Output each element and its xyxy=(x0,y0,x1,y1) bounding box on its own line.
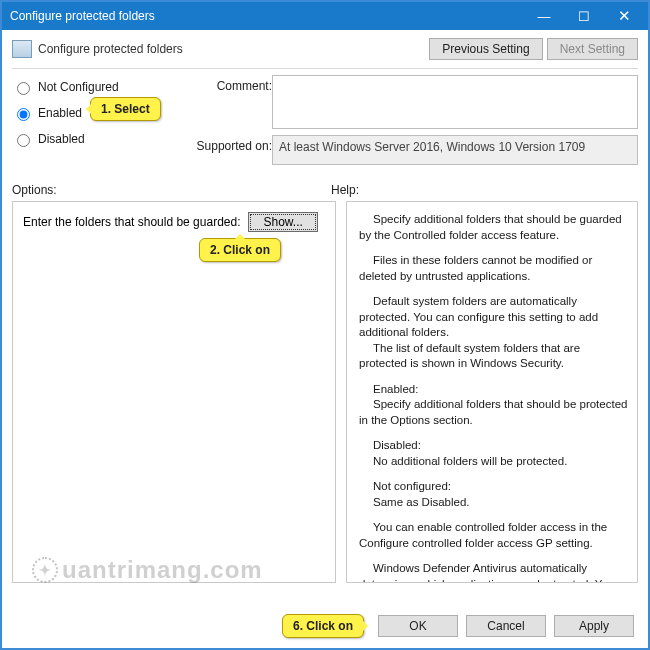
options-row: Enter the folders that should be guarded… xyxy=(23,212,325,232)
policy-icon xyxy=(12,40,32,58)
comment-label: Comment: xyxy=(184,75,272,93)
supported-on-text: At least Windows Server 2016, Windows 10… xyxy=(272,135,638,165)
section-labels: Options: Help: xyxy=(12,183,638,197)
radio-disabled-input[interactable] xyxy=(17,134,30,147)
divider xyxy=(12,68,638,69)
help-panel: Specify additional folders that should b… xyxy=(346,201,638,583)
comment-textarea[interactable] xyxy=(272,75,638,129)
callout-clickon-ok: 6. Click on xyxy=(282,614,364,638)
config-row: Not Configured Enabled Disabled 1. Selec… xyxy=(12,75,638,165)
callout-select: 1. Select xyxy=(90,97,161,121)
help-p4a: Enabled: xyxy=(359,382,629,398)
options-panel: Enter the folders that should be guarded… xyxy=(12,201,336,583)
supported-on-label: Supported on: xyxy=(184,135,272,153)
previous-setting-button[interactable]: Previous Setting xyxy=(429,38,542,60)
options-label: Options: xyxy=(12,183,319,197)
radio-not-configured-input[interactable] xyxy=(17,82,30,95)
help-p4b: Specify additional folders that should b… xyxy=(359,397,629,428)
radio-disabled-label: Disabled xyxy=(38,132,85,146)
help-p7: You can enable controlled folder access … xyxy=(359,520,629,551)
help-p6a: Not configured: xyxy=(359,479,629,495)
help-p5b: No additional folders will be protected. xyxy=(359,454,629,470)
minimize-button[interactable]: ― xyxy=(524,2,564,30)
titlebar: Configure protected folders ― ☐ ✕ xyxy=(2,2,648,30)
ok-button[interactable]: OK xyxy=(378,615,458,637)
help-p3b: The list of default system folders that … xyxy=(359,341,629,372)
panels-row: Enter the folders that should be guarded… xyxy=(12,201,638,583)
callout-clickon-show: 2. Click on xyxy=(199,238,281,262)
help-p6b: Same as Disabled. xyxy=(359,495,629,511)
radio-enabled-input[interactable] xyxy=(17,108,30,121)
radio-group: Not Configured Enabled Disabled 1. Selec… xyxy=(12,75,172,147)
help-p1: Specify additional folders that should b… xyxy=(359,212,629,243)
radio-not-configured[interactable]: Not Configured xyxy=(12,79,172,95)
radio-not-configured-label: Not Configured xyxy=(38,80,119,94)
radio-disabled[interactable]: Disabled xyxy=(12,131,172,147)
help-p5a: Disabled: xyxy=(359,438,629,454)
next-setting-button[interactable]: Next Setting xyxy=(547,38,638,60)
help-p3: Default system folders are automatically… xyxy=(359,294,629,341)
setting-name: Configure protected folders xyxy=(38,42,183,56)
radio-enabled-label: Enabled xyxy=(38,106,82,120)
help-p2: Files in these folders cannot be modifie… xyxy=(359,253,629,284)
dialog-body: Configure protected folders Previous Set… xyxy=(2,30,648,593)
options-prompt: Enter the folders that should be guarded… xyxy=(23,215,240,229)
header-row: Configure protected folders Previous Set… xyxy=(12,38,638,60)
close-button[interactable]: ✕ xyxy=(604,2,644,30)
apply-button[interactable]: Apply xyxy=(554,615,634,637)
help-p8: Windows Defender Antivirus automatically… xyxy=(359,561,629,583)
show-button[interactable]: Show... xyxy=(248,212,317,232)
help-label: Help: xyxy=(331,183,638,197)
cancel-button[interactable]: Cancel xyxy=(466,615,546,637)
window-title: Configure protected folders xyxy=(10,9,524,23)
maximize-button[interactable]: ☐ xyxy=(564,2,604,30)
right-column: Comment: Supported on: At least Windows … xyxy=(184,75,638,165)
footer-buttons: 6. Click on OK Cancel Apply xyxy=(288,614,634,638)
nav-buttons: Previous Setting Next Setting xyxy=(429,38,638,60)
